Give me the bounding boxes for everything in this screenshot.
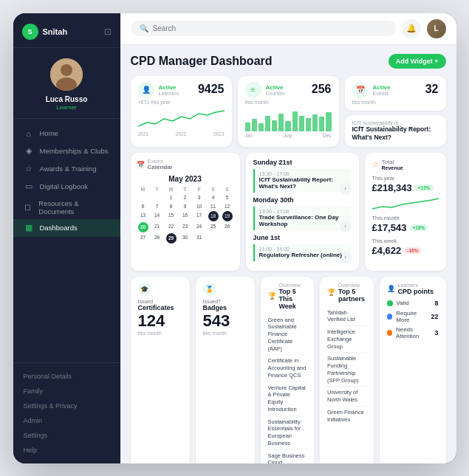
cal-day-16[interactable]: 16 bbox=[179, 211, 192, 221]
cal-day-13[interactable]: 13 bbox=[137, 211, 150, 221]
revenue-week-section: This week £4,622 -16% bbox=[372, 238, 439, 256]
revenue-month-amount: £17,543 +18% bbox=[372, 222, 439, 233]
sidebar-item-label: Digital Logbook bbox=[40, 182, 89, 190]
cpd-value-require: 22 bbox=[431, 313, 438, 320]
top5-course-item-5: Sage Business Cloud Accounting Introduct… bbox=[268, 450, 307, 463]
event-time-2: 13:30 - 17:00 bbox=[259, 209, 347, 214]
cal-day-18[interactable]: 18 bbox=[208, 211, 219, 221]
sidebar-item-memberships[interactable]: ◈ Memberships & Clubs bbox=[13, 142, 120, 160]
awards-icon: ☆ bbox=[24, 164, 34, 174]
sidebar-item-admin[interactable]: Admin bbox=[13, 413, 120, 428]
cal-day-10[interactable]: 10 bbox=[193, 202, 206, 210]
cal-day-20[interactable]: 20 bbox=[138, 222, 148, 232]
top5-partners-card: 🏆 Overview Top 5 partners Tahīdah Verifi… bbox=[320, 277, 374, 463]
cal-header-w: W bbox=[165, 186, 178, 193]
home-icon: ⌂ bbox=[24, 128, 34, 139]
cal-day-8[interactable]: 8 bbox=[165, 202, 178, 210]
cal-day-19[interactable]: 19 bbox=[222, 211, 233, 221]
revenue-year-label: This year bbox=[372, 175, 439, 182]
events-icon: 📅 bbox=[352, 82, 369, 98]
sidebar-item-resources[interactable]: ◻ Resources & Documents bbox=[13, 196, 120, 219]
learners-sublabel: Learners bbox=[159, 91, 179, 96]
cal-day-17[interactable]: 17 bbox=[193, 211, 206, 221]
family-label: Family bbox=[24, 387, 44, 395]
cal-day-23[interactable]: 23 bbox=[179, 222, 192, 232]
cal-day-11[interactable]: 11 bbox=[207, 202, 220, 210]
cal-day-4[interactable]: 4 bbox=[207, 193, 220, 201]
cal-day-5[interactable]: 5 bbox=[221, 193, 234, 201]
cal-day-30[interactable]: 30 bbox=[179, 233, 192, 244]
sidebar-item-settings[interactable]: Settings bbox=[13, 428, 120, 443]
sidebar: S Snītah ⊡ Luca Russo Learner ⌂ Home ◈ bbox=[13, 13, 120, 463]
calendar-card: 📅 Events Calendar May 2023 M T W T F S bbox=[131, 153, 240, 271]
sidebar-item-help[interactable]: Help bbox=[13, 443, 120, 458]
courses-period: this month bbox=[245, 100, 332, 105]
sidebar-item-home[interactable]: ⌂ Home bbox=[13, 125, 120, 142]
search-input[interactable] bbox=[153, 24, 387, 32]
personal-label: Personal Details bbox=[24, 373, 72, 380]
notifications-icon[interactable]: 🔔 bbox=[402, 19, 421, 38]
cal-day-26[interactable]: 26 bbox=[221, 222, 234, 232]
event-day-3: June 1st bbox=[253, 234, 352, 241]
cal-day-7[interactable]: 7 bbox=[151, 202, 164, 210]
cpd-label-require: Require More bbox=[396, 310, 431, 323]
sidebar-item-awards[interactable]: ☆ Awards & Training bbox=[13, 160, 120, 178]
user-avatar-small[interactable]: L bbox=[427, 19, 446, 38]
sidebar-item-logbook[interactable]: ▭ Digital Logbook bbox=[13, 178, 120, 196]
revenue-year-section: This year £218,343 +19% bbox=[372, 175, 439, 210]
courses-value: 256 bbox=[312, 83, 332, 95]
cpd-label-valid: Valid bbox=[397, 300, 409, 306]
sidebar-toggle[interactable]: ⊡ bbox=[104, 27, 112, 37]
revenue-week-label: This week bbox=[372, 238, 439, 244]
admin-label: Admin bbox=[24, 417, 43, 424]
cpd-icon: 👤 bbox=[387, 285, 395, 292]
cpd-label-attention: Needs Attention bbox=[396, 326, 435, 339]
cpd-title: CPD points bbox=[398, 288, 434, 295]
cal-day-1[interactable]: 1 bbox=[165, 193, 178, 201]
cal-day-12[interactable]: 12 bbox=[221, 202, 234, 210]
sidebar-item-settings-privacy[interactable]: Settings & Privacy bbox=[13, 399, 120, 413]
learners-trend: +672 this year bbox=[138, 100, 225, 105]
add-widget-button[interactable]: Add Widget + bbox=[388, 54, 446, 69]
calendar-section-label: Events bbox=[148, 159, 173, 164]
cal-day-14[interactable]: 14 bbox=[151, 211, 164, 221]
top5-courses-icon: 🏆 bbox=[268, 292, 276, 300]
badges-value: 543 bbox=[203, 313, 247, 329]
events-sublabel: Events bbox=[373, 91, 391, 96]
cpd-row-valid: Valid 8 bbox=[387, 300, 439, 307]
courses-icon: ≡ bbox=[245, 82, 261, 98]
revenue-star-icon: ☆ bbox=[372, 160, 379, 168]
cal-day-25[interactable]: 25 bbox=[207, 222, 220, 232]
cal-day-9[interactable]: 9 bbox=[179, 202, 192, 210]
event-arrow-1[interactable]: › bbox=[340, 183, 352, 195]
news-card: ICfT sustainability re... ICfT Sustainab… bbox=[345, 115, 446, 147]
cal-day-28[interactable]: 28 bbox=[151, 233, 164, 244]
cal-day-22[interactable]: 22 bbox=[165, 222, 178, 232]
cal-day-29[interactable]: 29 bbox=[166, 233, 177, 244]
courses-stat-card: ≡ Active Courses 256 this month bbox=[238, 76, 339, 147]
cal-day-15[interactable]: 15 bbox=[165, 211, 178, 221]
top5-courses-title: Top 5 This Week bbox=[279, 288, 307, 310]
badges-icon: 🏅 bbox=[203, 283, 216, 296]
learners-value: 9425 bbox=[198, 83, 225, 95]
cal-day-3[interactable]: 3 bbox=[193, 193, 206, 201]
sidebar-item-family[interactable]: Family bbox=[13, 384, 120, 399]
cal-day-27[interactable]: 27 bbox=[137, 233, 150, 244]
sidebar-item-label: Home bbox=[40, 129, 58, 137]
revenue-title: Revenue bbox=[382, 165, 403, 170]
sidebar-item-dashboards[interactable]: ▦ Dashboards bbox=[13, 219, 120, 237]
cal-day-2[interactable]: 2 bbox=[179, 193, 192, 201]
sidebar-item-personal[interactable]: Personal Details bbox=[13, 369, 120, 384]
settings-privacy-label: Settings & Privacy bbox=[24, 402, 78, 410]
event-item-3: 11:00 - 14:00 Regulatory Refresher (onli… bbox=[253, 244, 352, 261]
event-arrow-2[interactable]: › bbox=[340, 221, 352, 232]
cal-day-24[interactable]: 24 bbox=[193, 222, 206, 232]
search-bar[interactable]: 🔍 bbox=[131, 21, 396, 36]
calendar-title: Calendar bbox=[148, 164, 173, 170]
cal-day-31[interactable]: 31 bbox=[193, 233, 206, 244]
settings-label: Settings bbox=[24, 432, 48, 439]
cal-day-6[interactable]: 6 bbox=[137, 202, 150, 210]
cal-day-21[interactable]: 21 bbox=[151, 222, 164, 232]
cpd-value-valid: 8 bbox=[434, 300, 438, 307]
cal-header-t2: T bbox=[179, 186, 192, 193]
